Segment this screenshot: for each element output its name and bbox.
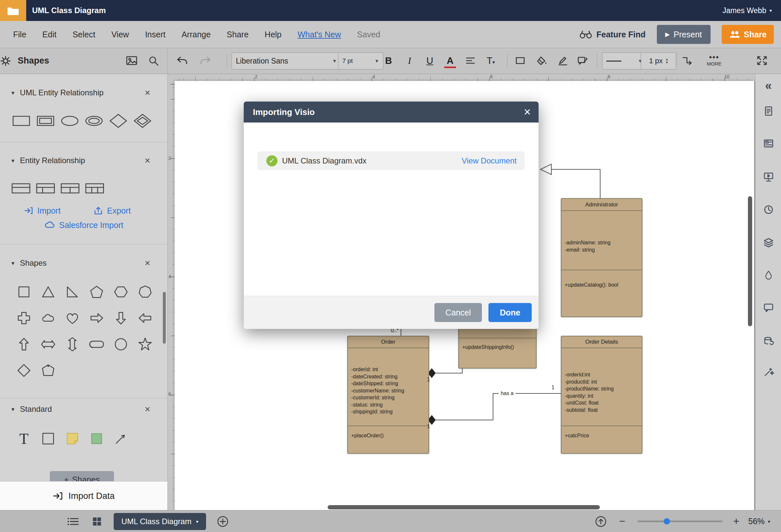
- shape-image-block[interactable]: [89, 431, 104, 446]
- section-shapes[interactable]: ▼ Shapes ×: [0, 256, 167, 270]
- shape-pentagon[interactable]: [89, 284, 104, 299]
- shape-nested-diamond[interactable]: [133, 113, 152, 129]
- shape-arrow-up-down[interactable]: [65, 337, 80, 352]
- shape-er-table-1[interactable]: [11, 182, 31, 195]
- image-icon[interactable]: [126, 56, 137, 66]
- fit-to-screen-button[interactable]: [593, 510, 608, 532]
- fullscreen-button[interactable]: [753, 52, 771, 69]
- page-grid-button[interactable]: [91, 510, 103, 532]
- zoom-in-button[interactable]: +: [733, 510, 739, 532]
- shape-square[interactable]: [16, 284, 32, 299]
- done-button[interactable]: Done: [488, 303, 532, 322]
- canvas-horizontal-scrollbar[interactable]: [328, 505, 600, 509]
- add-page-button[interactable]: [215, 510, 230, 532]
- line-color-button[interactable]: [554, 52, 571, 69]
- chevron-down-icon[interactable]: ▼: [10, 90, 15, 96]
- shape-nested-rectangle[interactable]: [36, 114, 55, 128]
- zoom-level-select[interactable]: 56% ▾: [748, 510, 770, 532]
- import-data-button[interactable]: Import Data: [0, 481, 167, 510]
- close-icon[interactable]: ×: [145, 258, 150, 268]
- menu-share[interactable]: Share: [227, 30, 249, 39]
- page-list-button[interactable]: [67, 510, 80, 532]
- line-style-select[interactable]: ▼: [602, 52, 647, 70]
- folder-home-button[interactable]: [0, 0, 26, 21]
- shape-connector-line[interactable]: [113, 431, 128, 446]
- section-uml-entity-relationship[interactable]: ▼ UML Entity Relationship ×: [0, 85, 167, 100]
- shape-sticky-note[interactable]: [65, 431, 80, 446]
- shape-text[interactable]: T: [19, 430, 29, 448]
- magic-panel-icon[interactable]: [762, 365, 776, 379]
- view-document-link[interactable]: View Document: [462, 156, 517, 165]
- close-icon[interactable]: ×: [145, 404, 150, 414]
- menu-insert[interactable]: Insert: [145, 30, 166, 39]
- share-button[interactable]: Share: [722, 25, 774, 44]
- shape-hexagon[interactable]: [113, 284, 128, 299]
- zoom-slider-thumb[interactable]: [664, 518, 670, 525]
- chevron-down-icon[interactable]: ▼: [10, 158, 15, 163]
- shape-cross[interactable]: [16, 311, 32, 326]
- shape-cloud[interactable]: [41, 311, 56, 326]
- shape-heptagon[interactable]: [137, 284, 153, 299]
- collapse-panel-icon[interactable]: «: [762, 79, 776, 93]
- shape-arrow-left[interactable]: [137, 311, 153, 326]
- page-tab[interactable]: UML Class Diagram ▾: [114, 513, 206, 530]
- canvas-vertical-scrollbar[interactable]: [748, 196, 752, 326]
- theme-panel-icon[interactable]: [762, 268, 776, 282]
- menu-arrange[interactable]: Arrange: [181, 30, 211, 39]
- font-size-select[interactable]: 7 pt ▼: [338, 52, 383, 70]
- shape-diamond[interactable]: [109, 113, 128, 129]
- data-panel-icon[interactable]: [762, 334, 776, 349]
- shape-diamond-small[interactable]: [16, 363, 32, 378]
- more-tools-button[interactable]: ••• MORE: [701, 52, 727, 69]
- shape-style-button[interactable]: [512, 52, 529, 69]
- bold-button[interactable]: B: [380, 52, 397, 69]
- slides-panel-icon[interactable]: [762, 136, 776, 151]
- import-link[interactable]: Import: [24, 206, 60, 215]
- zoom-out-button[interactable]: −: [619, 510, 625, 532]
- shape-rect-standard[interactable]: [41, 431, 56, 446]
- menu-file[interactable]: File: [13, 30, 26, 39]
- shape-rectangle[interactable]: [12, 114, 31, 128]
- connector-button[interactable]: [679, 52, 696, 69]
- notes-panel-icon[interactable]: [762, 104, 776, 118]
- menu-help[interactable]: Help: [265, 30, 281, 39]
- shape-arrow-right[interactable]: [89, 311, 104, 326]
- stepper-arrows-icon[interactable]: ▲▼: [665, 58, 669, 64]
- text-color-button[interactable]: A: [442, 52, 459, 69]
- close-icon[interactable]: ×: [145, 156, 150, 165]
- close-icon[interactable]: ×: [524, 106, 531, 118]
- section-standard[interactable]: ▼ Standard ×: [0, 402, 167, 416]
- align-button[interactable]: [462, 52, 479, 69]
- shape-arrow-left-right[interactable]: [41, 337, 56, 352]
- italic-button[interactable]: I: [401, 52, 418, 69]
- line-width-stepper[interactable]: 1 px ▲▼: [641, 52, 677, 70]
- uml-class-administrator[interactable]: Administrator -adminName: string -email:…: [561, 198, 643, 317]
- shape-er-table-3[interactable]: [60, 182, 80, 195]
- section-entity-relationship[interactable]: ▼ Entity Relationship ×: [0, 153, 167, 168]
- shape-triangle[interactable]: [41, 284, 56, 299]
- menu-view[interactable]: View: [111, 30, 129, 39]
- export-link[interactable]: Export: [93, 206, 131, 215]
- shape-nested-ellipse[interactable]: [85, 114, 104, 128]
- shape-arrow-up[interactable]: [16, 337, 32, 352]
- shape-cylinder[interactable]: [89, 337, 104, 352]
- shape-polygon[interactable]: [41, 363, 56, 378]
- uml-class-order[interactable]: Order -orderId: int -dateCreated: string…: [347, 336, 429, 454]
- close-icon[interactable]: ×: [145, 88, 150, 97]
- menu-select[interactable]: Select: [72, 30, 95, 39]
- chevron-down-icon[interactable]: ▼: [10, 260, 15, 266]
- history-panel-icon[interactable]: [762, 202, 776, 217]
- shape-er-table-4[interactable]: [85, 182, 105, 195]
- salesforce-import-link[interactable]: Salesforce Import: [44, 220, 124, 230]
- shape-arrow-down[interactable]: [113, 311, 128, 326]
- gear-icon[interactable]: [0, 55, 11, 67]
- feature-find-button[interactable]: Feature Find: [579, 30, 645, 39]
- font-family-select[interactable]: Liberation Sans ▼: [232, 52, 341, 70]
- account-menu[interactable]: James Webb ▾: [723, 6, 772, 15]
- menu-edit[interactable]: Edit: [42, 30, 56, 39]
- shape-star[interactable]: [137, 337, 153, 352]
- text-options-button[interactable]: T▾: [482, 52, 499, 69]
- layers-panel-icon[interactable]: [762, 236, 776, 250]
- redo-button[interactable]: [197, 52, 214, 69]
- search-icon[interactable]: [149, 56, 159, 66]
